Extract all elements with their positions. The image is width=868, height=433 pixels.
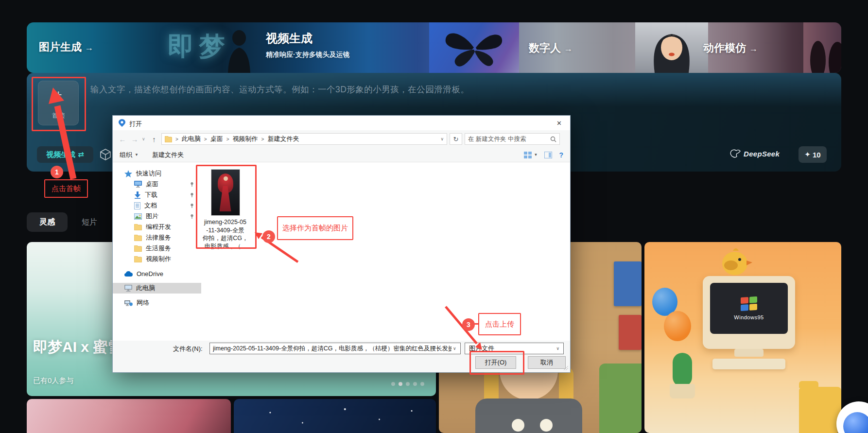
- content-card-starry-night[interactable]: [234, 399, 436, 433]
- computer-icon: [124, 285, 132, 292]
- folder-decor: [799, 387, 841, 433]
- dot[interactable]: [406, 382, 410, 386]
- sidebar-item-quick-access[interactable]: 快速访问: [113, 168, 201, 179]
- dot[interactable]: [413, 382, 417, 386]
- resize-grip[interactable]: [563, 365, 568, 370]
- organize-button[interactable]: 组织 ▼: [120, 151, 139, 159]
- banner-figures-image: [803, 22, 841, 73]
- balloon-orange: [664, 311, 691, 341]
- spark-icon: ✦: [804, 150, 811, 159]
- step2-badge: 2: [262, 230, 275, 243]
- chat-widget-globe: [843, 412, 868, 433]
- step3-badge: 3: [462, 318, 475, 331]
- windows-flag-icon: [741, 296, 757, 312]
- sidebar-item-pictures[interactable]: 图片: [113, 211, 201, 222]
- breadcrumb-item-video-production[interactable]: 视频制作: [233, 135, 258, 143]
- help-icon[interactable]: ?: [559, 151, 563, 159]
- folder-icon: [134, 245, 142, 252]
- cube-icon[interactable]: [98, 147, 113, 162]
- sticky-note: [619, 315, 642, 350]
- toolbar-view-controls: ▼ ?: [524, 151, 563, 159]
- banner-girl-portrait: [635, 22, 708, 73]
- dot-active[interactable]: [399, 382, 402, 386]
- step3-highlight-box: [469, 351, 524, 375]
- breadcrumb-item-desktop[interactable]: 桌面: [210, 135, 223, 143]
- banner-link-motion-mimic[interactable]: 动作模仿→: [703, 41, 758, 55]
- pin-icon: [190, 214, 194, 219]
- sidebar-item-downloads[interactable]: 下载: [113, 190, 201, 200]
- sidebar-item-network[interactable]: 网络: [113, 297, 201, 308]
- sidebar-item-folder-video-production[interactable]: 视频制作: [113, 254, 201, 264]
- card-participants: 已有0人参与: [33, 376, 73, 385]
- history-chevron-icon[interactable]: ∨: [142, 137, 147, 141]
- sidebar-item-onedrive[interactable]: OneDrive: [113, 268, 201, 279]
- smiley-decor: [512, 419, 524, 432]
- banner-link-digital-human[interactable]: 数字人→: [529, 41, 573, 55]
- refresh-icon[interactable]: ↻: [450, 133, 462, 145]
- brand-watermark: 即梦: [168, 29, 230, 65]
- breadcrumb[interactable]: > 此电脑 > 桌面 > 视频制作 > 新建文件夹 ∨: [161, 133, 447, 145]
- cancel-button[interactable]: 取消: [528, 356, 566, 369]
- thumbnails-view-icon: [524, 152, 532, 158]
- content-card-pink[interactable]: [27, 399, 231, 433]
- prompt-input[interactable]: 输入文字，描述你想创作的画面内容、运动方式等。例如：一个3D形象的小男孩，在公园…: [90, 84, 625, 95]
- tab-shorts[interactable]: 短片: [74, 212, 104, 232]
- breadcrumb-separator: >: [204, 137, 207, 142]
- chevron-down-icon: ∨: [556, 346, 559, 351]
- filename-dropdown-icon[interactable]: ∨: [453, 346, 456, 351]
- dot[interactable]: [391, 382, 395, 386]
- arrow-right-icon: →: [749, 44, 758, 53]
- forward-icon[interactable]: →: [130, 135, 139, 143]
- close-icon[interactable]: ✕: [548, 116, 570, 130]
- dot[interactable]: [420, 382, 424, 386]
- sidebar-item-folder-coding[interactable]: 编程开发: [113, 222, 201, 232]
- tab-inspiration[interactable]: 灵感: [27, 212, 68, 232]
- keyboard: [712, 359, 785, 369]
- content-card-retro-computer[interactable]: Windows95: [644, 242, 841, 433]
- caret-down-icon: ▼: [534, 153, 538, 157]
- change-view-button[interactable]: ▼: [524, 152, 538, 158]
- carousel-dots[interactable]: [391, 382, 424, 386]
- preview-pane-button[interactable]: [544, 152, 552, 158]
- retro-monitor: Windows95: [703, 276, 795, 349]
- sidebar-item-folder-legal[interactable]: 法律服务: [113, 232, 201, 243]
- breadcrumb-item-new-folder[interactable]: 新建文件夹: [267, 135, 299, 143]
- sidebar-item-desktop[interactable]: 桌面: [113, 179, 201, 190]
- dialog-titlebar[interactable]: 打开 ✕: [113, 116, 570, 130]
- step1-label: 点击首帧: [44, 179, 88, 198]
- dialog-sidebar: 快速访问 桌面 下载: [113, 162, 201, 341]
- video-gen-mode-button[interactable]: 视频生成 ⇄: [37, 146, 93, 163]
- sidebar-item-this-pc[interactable]: 此电脑: [113, 283, 201, 294]
- desktop-icon: [134, 181, 142, 188]
- dialog-app-icon: [119, 119, 125, 127]
- card-title: 即梦AI x 蜜雪: [33, 337, 122, 357]
- pin-icon: [190, 182, 194, 187]
- banner-link-image-gen[interactable]: 图片生成→: [39, 40, 93, 54]
- filename-input[interactable]: [209, 343, 461, 354]
- arrow-right-icon: →: [564, 44, 573, 53]
- monitor-stand: [734, 349, 764, 357]
- caret-down-icon: ▼: [135, 153, 139, 157]
- breadcrumb-separator: >: [226, 137, 229, 142]
- breadcrumb-item-this-pc[interactable]: 此电脑: [182, 135, 201, 143]
- search-input[interactable]: 在 新建文件夹 中搜索: [465, 133, 560, 145]
- banner-link-video-gen[interactable]: 视频生成 精准响应·支持多镜头及运镜: [266, 31, 350, 59]
- pin-icon: [190, 203, 194, 208]
- back-icon[interactable]: ←: [118, 135, 127, 143]
- cactus-decor: [673, 353, 692, 387]
- step2-highlight-box: [196, 165, 257, 249]
- address-dropdown-icon[interactable]: ∨: [440, 137, 444, 141]
- document-icon: [134, 202, 140, 209]
- step2-label: 选择作为首帧的图片: [277, 216, 353, 240]
- dialog-nav-bar: ← → ∨ ↑ > 此电脑 > 桌面 > 视频制作 > 新建文件夹 ∨ ↻ 在 …: [113, 130, 570, 148]
- dialog-title: 打开: [129, 120, 142, 128]
- up-icon[interactable]: ↑: [149, 135, 159, 143]
- girl-shirt: [475, 398, 582, 433]
- new-folder-button[interactable]: 新建文件夹: [152, 151, 184, 159]
- monitor-screen: Windows95: [710, 283, 788, 334]
- onedrive-cloud-icon: [124, 271, 133, 277]
- sidebar-item-documents[interactable]: 文档: [113, 200, 201, 211]
- credits-button[interactable]: ✦ 10: [799, 146, 827, 163]
- sidebar-item-folder-life[interactable]: 生活服务: [113, 243, 201, 254]
- step1-badge: 1: [51, 166, 63, 178]
